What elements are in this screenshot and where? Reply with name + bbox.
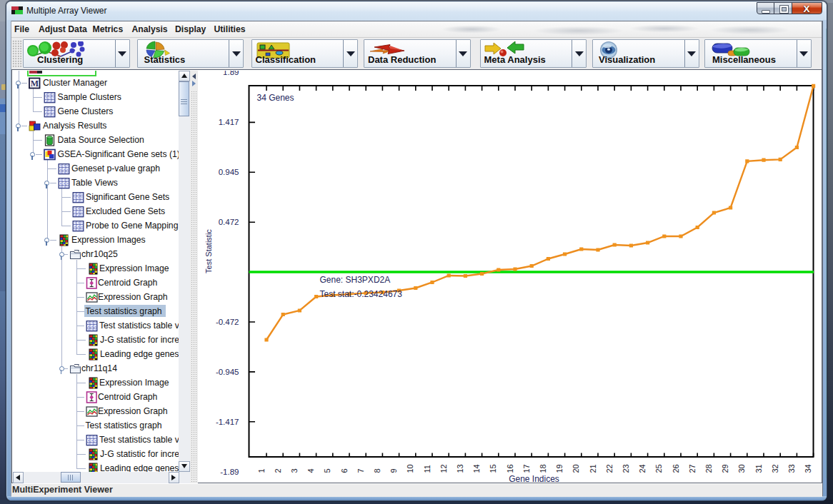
- svg-text:5: 5: [323, 468, 331, 473]
- svg-text:Test stat:-0.23424673: Test stat:-0.23424673: [319, 289, 402, 299]
- svg-text:16: 16: [505, 464, 514, 473]
- svg-text:1: 1: [256, 468, 265, 473]
- svg-text:6: 6: [339, 468, 348, 473]
- svg-text:Gene: SH3PXD2A: Gene: SH3PXD2A: [319, 275, 390, 285]
- svg-text:Test Statistic: Test Statistic: [204, 229, 213, 273]
- svg-text:29: 29: [721, 464, 729, 473]
- svg-text:17: 17: [522, 464, 530, 473]
- svg-text:4: 4: [306, 468, 315, 473]
- svg-text:25: 25: [654, 464, 663, 473]
- svg-text:32: 32: [770, 464, 779, 473]
- svg-text:9: 9: [389, 468, 398, 473]
- svg-text:-1.417: -1.417: [215, 418, 239, 426]
- svg-text:8: 8: [372, 468, 381, 473]
- svg-text:34: 34: [804, 464, 812, 473]
- svg-text:10: 10: [406, 464, 414, 473]
- svg-text:24: 24: [638, 464, 647, 473]
- svg-text:15: 15: [489, 464, 497, 473]
- svg-text:27: 27: [687, 464, 696, 473]
- svg-text:26: 26: [671, 464, 679, 473]
- svg-text:7: 7: [356, 468, 364, 473]
- svg-text:1.89: 1.89: [223, 71, 239, 76]
- svg-text:18: 18: [538, 464, 547, 473]
- svg-text:-0.945: -0.945: [215, 368, 239, 376]
- svg-text:31: 31: [754, 464, 762, 473]
- svg-text:14: 14: [472, 464, 481, 473]
- svg-text:28: 28: [704, 464, 712, 473]
- svg-text:-0.472: -0.472: [215, 318, 239, 326]
- svg-text:3: 3: [289, 468, 298, 473]
- svg-text:11: 11: [422, 465, 431, 473]
- svg-text:19: 19: [555, 464, 564, 473]
- svg-text:23: 23: [621, 464, 629, 473]
- svg-text:33: 33: [787, 464, 795, 473]
- svg-text:21: 21: [588, 464, 597, 473]
- svg-text:0.945: 0.945: [218, 168, 239, 176]
- svg-text:1.417: 1.417: [218, 118, 239, 126]
- svg-text:2: 2: [273, 468, 281, 473]
- svg-text:0.472: 0.472: [218, 218, 239, 226]
- svg-text:-1.89: -1.89: [220, 468, 239, 476]
- svg-text:13: 13: [455, 464, 464, 473]
- svg-text:34 Genes: 34 Genes: [256, 93, 294, 103]
- svg-text:12: 12: [439, 464, 447, 473]
- svg-text:22: 22: [604, 464, 613, 473]
- svg-text:30: 30: [737, 464, 746, 473]
- svg-text:20: 20: [572, 464, 580, 473]
- svg-text:Gene Indices: Gene Indices: [509, 474, 559, 483]
